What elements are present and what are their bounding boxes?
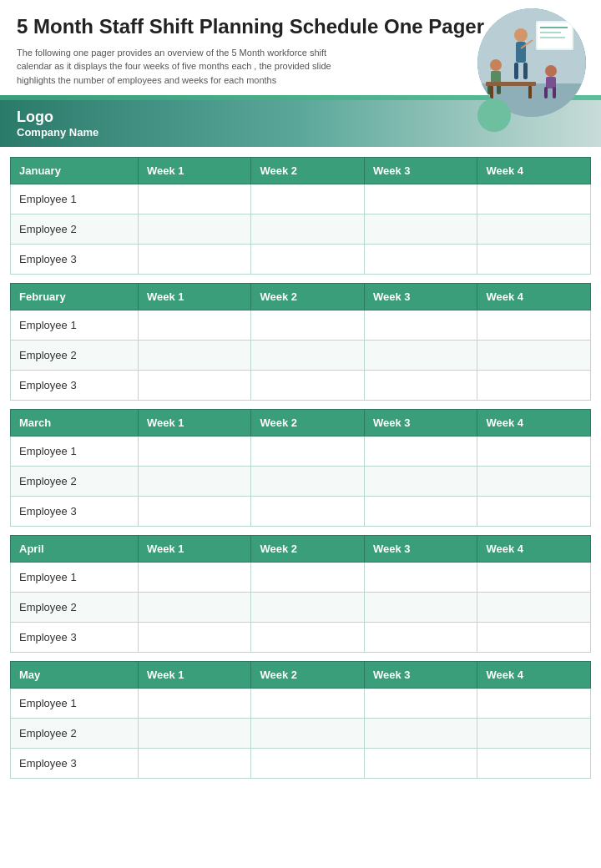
cell-march-emp1-week1[interactable]: [138, 437, 251, 467]
week-header-3: Week 3: [364, 536, 477, 563]
cell-january-emp1-week2[interactable]: [251, 184, 365, 214]
cell-february-emp1-week3[interactable]: [364, 310, 477, 341]
svg-rect-19: [553, 87, 556, 98]
cell-april-emp3-week3[interactable]: [364, 623, 477, 653]
cell-april-emp2-week4[interactable]: [477, 593, 591, 623]
cell-april-emp1-week3[interactable]: [364, 563, 477, 593]
cell-may-emp1-week2[interactable]: [251, 689, 365, 719]
cell-february-emp3-week2[interactable]: [251, 371, 365, 401]
month-header-may: May: [11, 662, 139, 689]
cell-may-emp1-week4[interactable]: [477, 689, 591, 719]
week-header-3: Week 3: [364, 158, 477, 184]
cell-april-emp2-week2[interactable]: [251, 593, 365, 623]
cell-january-emp2-week4[interactable]: [477, 214, 591, 245]
cell-may-emp3-week2[interactable]: [251, 749, 365, 779]
cell-march-emp3-week1[interactable]: [138, 497, 251, 527]
table-row: Employee 3: [11, 497, 591, 527]
cell-january-emp2-week3[interactable]: [364, 214, 477, 245]
table-row: Employee 3: [11, 623, 591, 653]
svg-rect-21: [490, 86, 493, 98]
table-row: Employee 2: [11, 214, 591, 245]
week-header-2: Week 2: [251, 536, 365, 563]
cell-april-emp1-week4[interactable]: [477, 563, 591, 593]
cell-may-emp1-week3[interactable]: [364, 689, 477, 719]
month-section-february: FebruaryWeek 1Week 2Week 3Week 4Employee…: [10, 283, 591, 401]
cell-march-emp2-week1[interactable]: [138, 467, 251, 497]
cell-march-emp2-week2[interactable]: [251, 467, 365, 497]
cell-april-emp3-week1[interactable]: [138, 623, 251, 653]
week-header-1: Week 1: [138, 536, 251, 563]
cell-march-emp1-week3[interactable]: [364, 437, 477, 467]
cell-january-emp3-week3[interactable]: [364, 245, 477, 275]
svg-rect-13: [491, 71, 501, 83]
employee-name-1: Employee 1: [11, 184, 139, 214]
schedule-table-march: MarchWeek 1Week 2Week 3Week 4Employee 1E…: [10, 409, 591, 527]
cell-april-emp3-week4[interactable]: [477, 623, 591, 653]
cell-may-emp3-week1[interactable]: [138, 749, 251, 779]
cell-march-emp3-week3[interactable]: [364, 497, 477, 527]
cell-february-emp1-week2[interactable]: [251, 310, 365, 341]
cell-march-emp2-week4[interactable]: [477, 467, 591, 497]
cell-january-emp3-week2[interactable]: [251, 245, 365, 275]
svg-rect-11: [523, 63, 528, 79]
svg-rect-3: [538, 23, 572, 48]
cell-february-emp3-week3[interactable]: [364, 371, 477, 401]
cell-may-emp2-week1[interactable]: [138, 719, 251, 749]
cell-march-emp1-week4[interactable]: [477, 437, 591, 467]
svg-point-7: [514, 28, 528, 42]
cell-may-emp1-week1[interactable]: [138, 689, 251, 719]
employee-name-1: Employee 1: [11, 563, 139, 593]
table-row: Employee 1: [11, 184, 591, 214]
cell-february-emp2-week3[interactable]: [364, 341, 477, 371]
cell-april-emp2-week3[interactable]: [364, 593, 477, 623]
cell-january-emp2-week1[interactable]: [138, 214, 251, 245]
cell-february-emp2-week4[interactable]: [477, 341, 591, 371]
schedule-table-february: FebruaryWeek 1Week 2Week 3Week 4Employee…: [10, 283, 591, 401]
cell-april-emp3-week2[interactable]: [251, 623, 365, 653]
cell-january-emp1-week4[interactable]: [477, 184, 591, 214]
svg-rect-10: [514, 63, 518, 79]
cell-april-emp1-week2[interactable]: [251, 563, 365, 593]
employee-name-2: Employee 2: [11, 341, 139, 371]
cell-may-emp2-week2[interactable]: [251, 719, 365, 749]
table-row: Employee 3: [11, 749, 591, 779]
cell-february-emp1-week1[interactable]: [138, 310, 251, 341]
month-header-march: March: [11, 410, 139, 437]
cell-february-emp2-week2[interactable]: [251, 341, 365, 371]
cell-may-emp3-week3[interactable]: [364, 749, 477, 779]
cell-february-emp3-week4[interactable]: [477, 371, 591, 401]
cell-april-emp1-week1[interactable]: [138, 563, 251, 593]
svg-rect-18: [544, 87, 548, 98]
cell-may-emp2-week3[interactable]: [364, 719, 477, 749]
employee-name-2: Employee 2: [11, 467, 139, 497]
cell-february-emp2-week1[interactable]: [138, 341, 251, 371]
table-row: Employee 1: [11, 437, 591, 467]
cell-february-emp1-week4[interactable]: [477, 310, 591, 341]
employee-name-2: Employee 2: [11, 214, 139, 245]
cell-january-emp3-week1[interactable]: [138, 245, 251, 275]
employee-name-3: Employee 3: [11, 371, 139, 401]
table-row: Employee 2: [11, 719, 591, 749]
cell-january-emp1-week3[interactable]: [364, 184, 477, 214]
cell-may-emp2-week4[interactable]: [477, 719, 591, 749]
cell-february-emp3-week1[interactable]: [138, 371, 251, 401]
cell-january-emp1-week1[interactable]: [138, 184, 251, 214]
month-header-january: January: [11, 158, 139, 184]
cell-march-emp3-week4[interactable]: [477, 497, 591, 527]
employee-name-3: Employee 3: [11, 245, 139, 275]
cell-march-emp3-week2[interactable]: [251, 497, 365, 527]
employee-name-3: Employee 3: [11, 623, 139, 653]
table-row: Employee 2: [11, 341, 591, 371]
employee-name-3: Employee 3: [11, 749, 139, 779]
month-section-march: MarchWeek 1Week 2Week 3Week 4Employee 1E…: [10, 409, 591, 527]
table-row: Employee 2: [11, 593, 591, 623]
cell-march-emp1-week2[interactable]: [251, 437, 365, 467]
employee-name-3: Employee 3: [11, 497, 139, 527]
cell-january-emp2-week2[interactable]: [251, 214, 365, 245]
employee-name-1: Employee 1: [11, 310, 139, 341]
cell-january-emp3-week4[interactable]: [477, 245, 591, 275]
decorative-circle: [477, 98, 511, 132]
cell-march-emp2-week3[interactable]: [364, 467, 477, 497]
cell-april-emp2-week1[interactable]: [138, 593, 251, 623]
cell-may-emp3-week4[interactable]: [477, 749, 591, 779]
